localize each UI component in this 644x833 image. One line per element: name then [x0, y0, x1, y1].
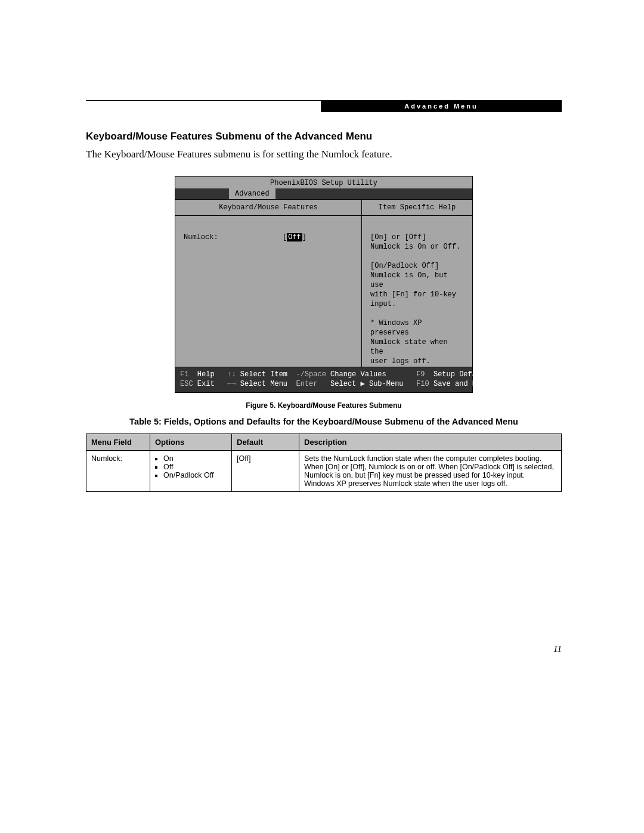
bios-key-updown: ↑↓ — [227, 370, 236, 379]
cell-options: On Off On/Padlock Off — [150, 451, 232, 492]
bios-enter-text: Select ▶ Sub-Menu — [330, 379, 403, 389]
bios-title: PhoenixBIOS Setup Utility — [175, 176, 472, 188]
cell-field: Numlock: — [86, 451, 150, 492]
section-header-bar: Advanced Menu — [321, 100, 562, 112]
bios-key-f1: F1 — [180, 370, 188, 379]
bios-key-lr: ←→ — [227, 379, 236, 389]
th-default: Default — [232, 434, 299, 451]
option-item: Off — [163, 463, 227, 471]
bios-left-title: Keyboard/Mouse Features — [175, 200, 361, 216]
table-header-row: Menu Field Options Default Description — [86, 434, 562, 451]
bios-setting-row: Numlock: [Off] — [184, 233, 361, 242]
bios-help-text: [On] or [Off] Numlock is On or Off. [On/… — [362, 216, 472, 367]
bios-updown-text: Select Item — [240, 370, 287, 379]
bios-lr-text: Select Menu — [240, 379, 287, 389]
table-title: Table 5: Fields, Options and Defaults fo… — [86, 417, 562, 426]
bios-esc-text: Exit — [197, 379, 215, 389]
cell-default: [Off] — [232, 451, 299, 492]
bios-f10-text: Save and Exit — [434, 379, 490, 389]
table-row: Numlock: On Off On/Padlock Off [Off] Set… — [86, 451, 562, 492]
bios-f1-text: Help — [197, 370, 215, 379]
bios-right-title: Item Specific Help — [362, 200, 472, 216]
th-options: Options — [150, 434, 232, 451]
bios-key-minus: -/Space — [296, 370, 326, 379]
bios-key-enter: Enter — [296, 379, 317, 389]
bios-f9-text: Setup Defaults — [434, 370, 494, 379]
option-item: On/Padlock Off — [163, 471, 227, 479]
bios-key-esc: ESC — [180, 379, 193, 389]
option-item: On — [163, 454, 227, 463]
bios-screenshot: PhoenixBIOS Setup Utility Advanced Keybo… — [175, 176, 473, 393]
intro-paragraph: The Keyboard/Mouse Features submenu is f… — [86, 148, 562, 160]
section-heading: Keyboard/Mouse Features Submenu of the A… — [86, 131, 562, 143]
th-menu-field: Menu Field — [86, 434, 150, 451]
fields-table: Menu Field Options Default Description N… — [86, 433, 562, 492]
cell-description: Sets the NumLock function state when the… — [299, 451, 562, 492]
bios-footer: F1 Help ↑↓ Select Item -/Space Change Va… — [175, 367, 472, 392]
bios-minus-text: Change Values — [330, 370, 386, 379]
bios-active-tab: Advanced — [229, 188, 275, 199]
bios-key-f9: F9 — [416, 370, 425, 379]
bios-setting-value: Off — [287, 233, 302, 241]
bios-key-f1-label — [188, 370, 197, 379]
page-number: 11 — [553, 644, 562, 654]
bios-setting-value-wrap: [Off] — [283, 233, 306, 242]
bios-setting-label: Numlock: — [184, 233, 283, 242]
bios-menubar: Advanced — [175, 188, 472, 199]
th-description: Description — [299, 434, 562, 451]
bios-key-f10: F10 — [416, 379, 429, 389]
figure-caption: Figure 5. Keyboard/Mouse Features Submen… — [86, 401, 562, 410]
